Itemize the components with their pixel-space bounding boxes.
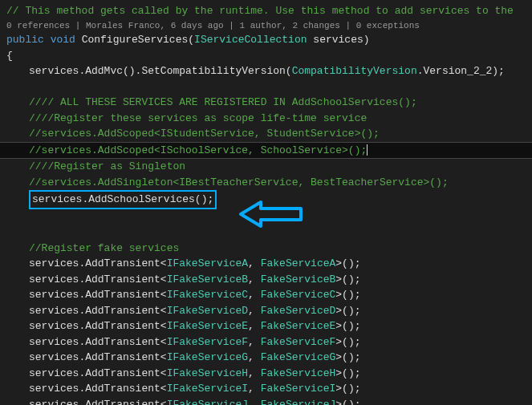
fake-service-line: services.AddTransient<IFakeServiceH, Fak… xyxy=(6,366,532,382)
fake-service-line: services.AddTransient<IFakeServiceE, Fak… xyxy=(6,318,532,334)
text: services.AddTransient< xyxy=(29,320,167,332)
comment-line: //services.AddSingleton<IBestTeacherServ… xyxy=(6,175,532,191)
impl-type: FakeServiceB xyxy=(261,273,336,286)
fake-service-line: services.AddTransient<IFakeServiceI, Fak… xyxy=(6,381,532,397)
text: services.AddTransient< xyxy=(29,367,167,379)
boxed-row: services.AddSchoolServices(); xyxy=(6,190,532,209)
impl-type: FakeServiceA xyxy=(261,257,336,269)
text: , xyxy=(248,336,261,348)
param-name: services xyxy=(313,34,363,46)
comment-line: ////Register these services as scope lif… xyxy=(6,111,532,127)
blank-line xyxy=(6,79,532,95)
brace-open: { xyxy=(6,48,532,64)
impl-type: FakeServiceH xyxy=(261,367,336,379)
fake-service-line: services.AddTransient<IFakeServiceC, Fak… xyxy=(6,287,532,303)
text: services.AddTransient< xyxy=(29,273,167,286)
comment-line: //// ALL THESE SERVICES ARE REGISTERED I… xyxy=(6,95,532,111)
fake-service-line: services.AddTransient<IFakeServiceA, Fak… xyxy=(6,256,532,272)
impl-type: FakeServiceC xyxy=(261,289,336,301)
paren-close: ) xyxy=(363,34,370,46)
method-signature: public void ConfigureServices(IServiceCo… xyxy=(6,32,532,48)
text: , xyxy=(248,351,261,363)
interface-type: IFakeServiceE xyxy=(167,320,248,332)
comment-line: //Register fake services xyxy=(6,241,532,257)
impl-type: FakeServiceG xyxy=(261,351,336,363)
interface-type: IFakeServiceC xyxy=(167,289,248,301)
impl-type: FakeServiceJ xyxy=(261,399,336,406)
comment-line: // This method gets called by the runtim… xyxy=(6,3,532,19)
text: services.AddTransient< xyxy=(29,289,167,301)
text: , xyxy=(248,367,261,379)
text: //services.AddSingleton<IBestTea xyxy=(29,176,229,188)
keyword-void: void xyxy=(51,34,75,46)
text-cursor xyxy=(367,144,368,156)
comment-line: //services.AddScoped<ISchoolService, Sch… xyxy=(6,144,367,156)
interface-type: IFakeServiceG xyxy=(167,351,248,363)
fake-service-line: services.AddTransient<IFakeServiceJ, Fak… xyxy=(6,397,532,406)
fake-service-line: services.AddTransient<IFakeServiceB, Fak… xyxy=(6,272,532,288)
fake-service-line: services.AddTransient<IFakeServiceG, Fak… xyxy=(6,350,532,366)
text: cherSe xyxy=(229,176,267,188)
text: >(); xyxy=(335,289,360,301)
text: >(); xyxy=(335,320,360,332)
interface-type: IFakeServiceI xyxy=(167,383,248,395)
text: services.AddTransient< xyxy=(29,383,167,395)
codelens-line[interactable]: 0 references | Morales Franco, 6 days ag… xyxy=(6,19,532,33)
text: services.AddTransient< xyxy=(29,336,167,348)
text: >(); xyxy=(335,257,360,269)
text: services.AddTransient< xyxy=(29,351,167,363)
type: CompatibilityVersion xyxy=(292,65,417,77)
interface-type: IFakeServiceJ xyxy=(167,399,248,406)
text: >(); xyxy=(335,351,360,363)
text: >(); xyxy=(335,305,360,317)
text: .Version_2_2); xyxy=(417,65,505,77)
impl-type: FakeServiceE xyxy=(261,320,336,332)
keyword-public: public xyxy=(6,34,44,46)
text: >(); xyxy=(335,383,360,395)
highlighted-code-box: services.AddSchoolServices(); xyxy=(29,190,217,209)
text: rvice, BestTeacherService>(); xyxy=(266,176,448,188)
interface-type: IFakeServiceD xyxy=(167,305,248,317)
param-type: IServiceCollection xyxy=(194,34,307,46)
blank-line xyxy=(6,225,532,241)
interface-type: IFakeServiceH xyxy=(167,367,248,379)
impl-type: FakeServiceI xyxy=(261,383,336,395)
paren-open: ( xyxy=(188,34,194,46)
text: , xyxy=(248,399,261,406)
comment-line: ////Register as Singleton xyxy=(6,159,532,175)
interface-type: IFakeServiceF xyxy=(167,336,248,348)
blank-line xyxy=(6,209,532,225)
code-editor[interactable]: // This method gets called by the runtim… xyxy=(6,3,532,405)
text: , xyxy=(248,257,261,269)
text: , xyxy=(248,289,261,301)
current-line-highlight: //services.AddScoped<ISchoolService, Sch… xyxy=(0,142,532,160)
interface-type: IFakeServiceA xyxy=(167,257,248,269)
text: services.AddTransient< xyxy=(29,257,167,269)
text: >(); xyxy=(335,336,360,348)
text: services.AddTransient< xyxy=(29,305,167,317)
code-line: services.AddMvc().SetCompatibilityVersio… xyxy=(6,63,532,79)
impl-type: FakeServiceF xyxy=(261,336,336,348)
text: >(); xyxy=(335,399,360,406)
text: >(); xyxy=(335,273,360,286)
comment-line: //services.AddScoped<IStudentService, St… xyxy=(6,126,532,142)
text: services.AddTransient< xyxy=(29,399,167,406)
fake-service-line: services.AddTransient<IFakeServiceD, Fak… xyxy=(6,303,532,319)
interface-type: IFakeServiceB xyxy=(167,273,248,286)
text: services.AddMvc().SetCompatibilityVersio… xyxy=(29,65,292,77)
text: , xyxy=(248,273,261,286)
text: , xyxy=(248,383,261,395)
text: , xyxy=(248,320,261,332)
text: , xyxy=(248,305,261,317)
method-name: ConfigureServices xyxy=(82,34,189,46)
fake-service-line: services.AddTransient<IFakeServiceF, Fak… xyxy=(6,334,532,350)
impl-type: FakeServiceD xyxy=(261,305,336,317)
text: >(); xyxy=(335,367,360,379)
